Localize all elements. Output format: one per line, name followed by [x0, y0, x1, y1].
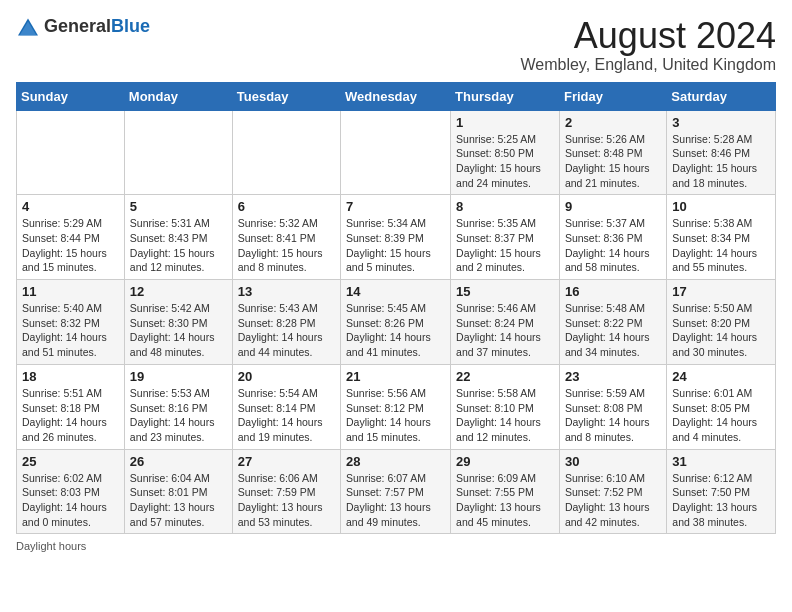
calendar-cell: 22Sunrise: 5:58 AMSunset: 8:10 PMDayligh…	[451, 364, 560, 449]
calendar-cell	[341, 110, 451, 195]
day-number: 18	[22, 369, 119, 384]
cell-info: Sunrise: 6:01 AMSunset: 8:05 PMDaylight:…	[672, 386, 770, 445]
day-number: 3	[672, 115, 770, 130]
day-number: 23	[565, 369, 661, 384]
day-number: 14	[346, 284, 445, 299]
calendar-cell: 12Sunrise: 5:42 AMSunset: 8:30 PMDayligh…	[124, 280, 232, 365]
calendar-cell: 13Sunrise: 5:43 AMSunset: 8:28 PMDayligh…	[232, 280, 340, 365]
cell-info: Sunrise: 5:34 AMSunset: 8:39 PMDaylight:…	[346, 216, 445, 275]
cell-info: Sunrise: 5:54 AMSunset: 8:14 PMDaylight:…	[238, 386, 335, 445]
cell-info: Sunrise: 5:26 AMSunset: 8:48 PMDaylight:…	[565, 132, 661, 191]
cell-info: Sunrise: 5:50 AMSunset: 8:20 PMDaylight:…	[672, 301, 770, 360]
logo-text: GeneralBlue	[44, 16, 150, 37]
calendar-cell: 14Sunrise: 5:45 AMSunset: 8:26 PMDayligh…	[341, 280, 451, 365]
calendar-cell: 23Sunrise: 5:59 AMSunset: 8:08 PMDayligh…	[559, 364, 666, 449]
cell-info: Sunrise: 5:53 AMSunset: 8:16 PMDaylight:…	[130, 386, 227, 445]
day-number: 15	[456, 284, 554, 299]
cell-info: Sunrise: 5:46 AMSunset: 8:24 PMDaylight:…	[456, 301, 554, 360]
calendar-header: Sunday Monday Tuesday Wednesday Thursday…	[17, 82, 776, 110]
day-number: 11	[22, 284, 119, 299]
cell-info: Sunrise: 5:58 AMSunset: 8:10 PMDaylight:…	[456, 386, 554, 445]
calendar-cell: 15Sunrise: 5:46 AMSunset: 8:24 PMDayligh…	[451, 280, 560, 365]
calendar-week-2: 4Sunrise: 5:29 AMSunset: 8:44 PMDaylight…	[17, 195, 776, 280]
calendar-cell: 2Sunrise: 5:26 AMSunset: 8:48 PMDaylight…	[559, 110, 666, 195]
logo-icon	[16, 17, 40, 37]
day-number: 4	[22, 199, 119, 214]
calendar-cell: 5Sunrise: 5:31 AMSunset: 8:43 PMDaylight…	[124, 195, 232, 280]
day-number: 26	[130, 454, 227, 469]
cell-info: Sunrise: 5:35 AMSunset: 8:37 PMDaylight:…	[456, 216, 554, 275]
calendar-cell	[124, 110, 232, 195]
cell-info: Sunrise: 6:09 AMSunset: 7:55 PMDaylight:…	[456, 471, 554, 530]
col-monday: Monday	[124, 82, 232, 110]
day-number: 13	[238, 284, 335, 299]
calendar-body: 1Sunrise: 5:25 AMSunset: 8:50 PMDaylight…	[17, 110, 776, 534]
day-number: 6	[238, 199, 335, 214]
day-number: 9	[565, 199, 661, 214]
cell-info: Sunrise: 6:10 AMSunset: 7:52 PMDaylight:…	[565, 471, 661, 530]
calendar-cell: 9Sunrise: 5:37 AMSunset: 8:36 PMDaylight…	[559, 195, 666, 280]
day-number: 19	[130, 369, 227, 384]
logo: GeneralBlue	[16, 16, 150, 37]
calendar-cell	[232, 110, 340, 195]
cell-info: Sunrise: 5:32 AMSunset: 8:41 PMDaylight:…	[238, 216, 335, 275]
col-saturday: Saturday	[667, 82, 776, 110]
calendar-cell: 18Sunrise: 5:51 AMSunset: 8:18 PMDayligh…	[17, 364, 125, 449]
calendar-cell: 16Sunrise: 5:48 AMSunset: 8:22 PMDayligh…	[559, 280, 666, 365]
day-number: 17	[672, 284, 770, 299]
day-number: 30	[565, 454, 661, 469]
title-block: August 2024 Wembley, England, United Kin…	[520, 16, 776, 74]
cell-info: Sunrise: 5:29 AMSunset: 8:44 PMDaylight:…	[22, 216, 119, 275]
cell-info: Sunrise: 5:43 AMSunset: 8:28 PMDaylight:…	[238, 301, 335, 360]
day-number: 21	[346, 369, 445, 384]
day-number: 31	[672, 454, 770, 469]
footer-text: Daylight hours	[16, 540, 86, 552]
calendar-week-3: 11Sunrise: 5:40 AMSunset: 8:32 PMDayligh…	[17, 280, 776, 365]
col-wednesday: Wednesday	[341, 82, 451, 110]
calendar-cell: 25Sunrise: 6:02 AMSunset: 8:03 PMDayligh…	[17, 449, 125, 534]
calendar-cell: 29Sunrise: 6:09 AMSunset: 7:55 PMDayligh…	[451, 449, 560, 534]
day-number: 25	[22, 454, 119, 469]
col-tuesday: Tuesday	[232, 82, 340, 110]
calendar-cell: 11Sunrise: 5:40 AMSunset: 8:32 PMDayligh…	[17, 280, 125, 365]
cell-info: Sunrise: 5:31 AMSunset: 8:43 PMDaylight:…	[130, 216, 227, 275]
calendar-cell: 1Sunrise: 5:25 AMSunset: 8:50 PMDaylight…	[451, 110, 560, 195]
cell-info: Sunrise: 6:06 AMSunset: 7:59 PMDaylight:…	[238, 471, 335, 530]
day-number: 8	[456, 199, 554, 214]
calendar-cell: 26Sunrise: 6:04 AMSunset: 8:01 PMDayligh…	[124, 449, 232, 534]
day-number: 16	[565, 284, 661, 299]
calendar-week-4: 18Sunrise: 5:51 AMSunset: 8:18 PMDayligh…	[17, 364, 776, 449]
calendar-cell: 28Sunrise: 6:07 AMSunset: 7:57 PMDayligh…	[341, 449, 451, 534]
day-number: 7	[346, 199, 445, 214]
main-title: August 2024	[520, 16, 776, 56]
subtitle: Wembley, England, United Kingdom	[520, 56, 776, 74]
cell-info: Sunrise: 5:40 AMSunset: 8:32 PMDaylight:…	[22, 301, 119, 360]
calendar-cell: 6Sunrise: 5:32 AMSunset: 8:41 PMDaylight…	[232, 195, 340, 280]
footer-note: Daylight hours	[16, 540, 776, 552]
calendar-cell: 27Sunrise: 6:06 AMSunset: 7:59 PMDayligh…	[232, 449, 340, 534]
cell-info: Sunrise: 5:56 AMSunset: 8:12 PMDaylight:…	[346, 386, 445, 445]
calendar-cell: 4Sunrise: 5:29 AMSunset: 8:44 PMDaylight…	[17, 195, 125, 280]
cell-info: Sunrise: 6:07 AMSunset: 7:57 PMDaylight:…	[346, 471, 445, 530]
calendar-week-5: 25Sunrise: 6:02 AMSunset: 8:03 PMDayligh…	[17, 449, 776, 534]
cell-info: Sunrise: 5:48 AMSunset: 8:22 PMDaylight:…	[565, 301, 661, 360]
logo-general: General	[44, 16, 111, 36]
day-number: 28	[346, 454, 445, 469]
calendar-cell: 3Sunrise: 5:28 AMSunset: 8:46 PMDaylight…	[667, 110, 776, 195]
calendar-cell: 24Sunrise: 6:01 AMSunset: 8:05 PMDayligh…	[667, 364, 776, 449]
calendar-cell: 7Sunrise: 5:34 AMSunset: 8:39 PMDaylight…	[341, 195, 451, 280]
col-sunday: Sunday	[17, 82, 125, 110]
day-number: 1	[456, 115, 554, 130]
calendar-cell: 10Sunrise: 5:38 AMSunset: 8:34 PMDayligh…	[667, 195, 776, 280]
cell-info: Sunrise: 5:59 AMSunset: 8:08 PMDaylight:…	[565, 386, 661, 445]
header-row: Sunday Monday Tuesday Wednesday Thursday…	[17, 82, 776, 110]
calendar-cell: 8Sunrise: 5:35 AMSunset: 8:37 PMDaylight…	[451, 195, 560, 280]
day-number: 12	[130, 284, 227, 299]
logo-blue: Blue	[111, 16, 150, 36]
cell-info: Sunrise: 5:37 AMSunset: 8:36 PMDaylight:…	[565, 216, 661, 275]
calendar-cell: 21Sunrise: 5:56 AMSunset: 8:12 PMDayligh…	[341, 364, 451, 449]
day-number: 29	[456, 454, 554, 469]
calendar-week-1: 1Sunrise: 5:25 AMSunset: 8:50 PMDaylight…	[17, 110, 776, 195]
cell-info: Sunrise: 5:28 AMSunset: 8:46 PMDaylight:…	[672, 132, 770, 191]
calendar-cell: 31Sunrise: 6:12 AMSunset: 7:50 PMDayligh…	[667, 449, 776, 534]
